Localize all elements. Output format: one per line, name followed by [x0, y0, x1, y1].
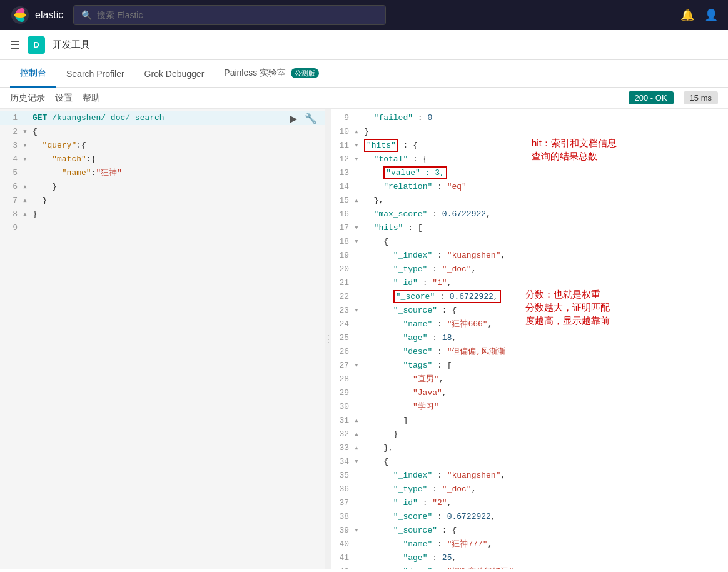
hamburger-button[interactable]: ☰ [10, 38, 20, 52]
editor-line-6: 6 ▴ } [0, 180, 325, 194]
editor-toolbar: ▶ 🔧 [287, 111, 320, 126]
editor-line-7: 7 ▴ } [0, 194, 325, 208]
logo-text: elastic [35, 9, 63, 21]
tab-bar: 控制台 Search Profiler Grok Debugger Painle… [0, 60, 728, 88]
resp-line-20: 20 "_type" : "_doc", [331, 263, 728, 276]
tab-console[interactable]: 控制台 [10, 60, 56, 88]
alerts-icon[interactable]: 🔔 [680, 8, 694, 22]
top-nav: elastic 🔍 🔔 👤 [0, 0, 728, 30]
resp-line-26: 26 "desc" : "但偏偏,风渐渐 [331, 345, 728, 359]
editor-line-1: 1 GET /kuangshen/_doc/_search [0, 111, 325, 125]
dev-avatar: D [28, 36, 45, 54]
resp-line-35: 35 "_index" : "kuangshen", [331, 469, 728, 483]
resp-line-33: 33 ▴ }, [331, 441, 728, 455]
tab-search-profiler[interactable]: Search Profiler [56, 61, 134, 88]
painless-beta-badge: 公测版 [291, 68, 319, 78]
resp-line-40: 40 "name" : "狂神777", [331, 538, 728, 551]
panel-divider[interactable]: ⋮ [325, 109, 331, 569]
action-bar: 历史记录 设置 帮助 200 - OK 15 ms [0, 88, 728, 109]
resp-line-42: 42 "desc" : "把距离放得好远" [331, 565, 728, 569]
resp-line-21: 21 "_id" : "1", [331, 276, 728, 290]
resp-line-12: 12 ▾ "total" : { [331, 153, 728, 166]
run-button[interactable]: ▶ [287, 111, 300, 126]
editor-line-4: 4 ▾ "match":{ [0, 153, 325, 166]
settings-button[interactable]: 设置 [55, 93, 73, 104]
editor-panel: ▶ 🔧 1 GET /kuangshen/_doc/_search 2 ▾ { … [0, 109, 325, 569]
global-search-bar[interactable]: 🔍 [73, 5, 386, 25]
resp-line-31: 31 ▴ ] [331, 414, 728, 428]
editor-line-9: 9 [0, 221, 325, 235]
wrench-button[interactable]: 🔧 [302, 111, 320, 126]
response-content: 9 "failed" : 0 10 ▴ } 11 ▾ "hits" : { 12… [331, 109, 728, 569]
resp-line-28: 28 "直男", [331, 373, 728, 386]
resp-line-10: 10 ▴ } [331, 125, 728, 139]
editor-line-8: 8 ▴ } [0, 208, 325, 221]
time-badge: 15 ms [684, 91, 718, 104]
resp-line-17: 17 ▾ "hits" : [ [331, 221, 728, 235]
editor-content: 1 GET /kuangshen/_doc/_search 2 ▾ { 3 ▾ … [0, 109, 325, 238]
resp-line-25: 25 "age" : 18, [331, 331, 728, 345]
tab-grok-debugger[interactable]: Grok Debugger [134, 61, 215, 88]
resp-line-16: 16 "max_score" : 0.6722922, [331, 208, 728, 221]
resp-line-22: 22 "_score" : 0.6722922, [331, 290, 728, 304]
global-search-input[interactable] [97, 10, 378, 20]
help-button[interactable]: 帮助 [83, 93, 100, 104]
svg-point-3 [14, 13, 26, 18]
resp-line-29: 29 "Java", [331, 386, 728, 400]
dev-title: 开发工具 [53, 39, 90, 51]
tab-painless-lab[interactable]: Painless 实验室 公测版 [214, 60, 329, 88]
resp-line-27: 27 ▾ "tags" : [ [331, 359, 728, 373]
resp-line-9: 9 "failed" : 0 [331, 111, 728, 125]
resp-line-19: 19 "_index" : "kuangshen", [331, 249, 728, 263]
response-panel[interactable]: 9 "failed" : 0 10 ▴ } 11 ▾ "hits" : { 12… [331, 109, 728, 569]
resp-line-34: 34 ▾ { [331, 455, 728, 469]
main-content: ▶ 🔧 1 GET /kuangshen/_doc/_search 2 ▾ { … [0, 109, 728, 569]
editor-line-3: 3 ▾ "query":{ [0, 139, 325, 153]
resp-line-37: 37 "_id" : "2", [331, 496, 728, 510]
resp-line-39: 39 ▾ "_source" : { [331, 524, 728, 538]
nav-icons: 🔔 👤 [680, 8, 718, 22]
resp-line-18: 18 ▾ { [331, 235, 728, 249]
resp-line-32: 32 ▴ } [331, 428, 728, 441]
resp-line-13: 13 "value" : 3, [331, 166, 728, 180]
logo-area: elastic [10, 5, 63, 25]
editor-line-5: 5 "name":"狂神" [0, 166, 325, 180]
resp-line-38: 38 "_score" : 0.6722922, [331, 510, 728, 524]
user-menu-icon[interactable]: 👤 [704, 8, 718, 22]
history-button[interactable]: 历史记录 [10, 93, 45, 104]
resp-line-23: 23 ▾ "_source" : { [331, 304, 728, 318]
search-icon: 🔍 [81, 10, 92, 20]
status-badge: 200 - OK [629, 91, 674, 104]
editor-line-2: 2 ▾ { [0, 125, 325, 139]
elastic-logo-icon [10, 5, 30, 25]
resp-line-15: 15 ▴ }, [331, 194, 728, 208]
resp-line-41: 41 "age" : 25, [331, 551, 728, 565]
resp-line-11: 11 ▾ "hits" : { [331, 139, 728, 153]
dev-toolbar: ☰ D 开发工具 [0, 30, 728, 60]
resp-line-24: 24 "name" : "狂神666", [331, 318, 728, 331]
resp-line-30: 30 "学习" [331, 400, 728, 414]
resp-line-36: 36 "_type" : "_doc", [331, 483, 728, 496]
resp-line-14: 14 "relation" : "eq" [331, 180, 728, 194]
